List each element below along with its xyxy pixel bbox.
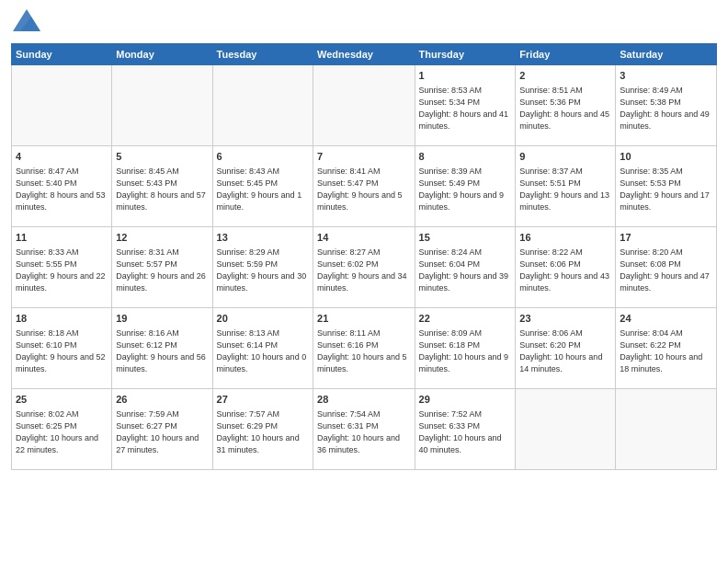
day-info: Sunrise: 8:11 AM Sunset: 6:16 PM Dayligh…: [317, 327, 410, 375]
calendar-table: SundayMondayTuesdayWednesdayThursdayFrid…: [11, 43, 717, 470]
day-info: Sunrise: 8:27 AM Sunset: 6:02 PM Dayligh…: [317, 247, 410, 294]
day-info: Sunrise: 8:02 AM Sunset: 6:25 PM Dayligh…: [16, 408, 108, 456]
day-info: Sunrise: 8:20 AM Sunset: 6:08 PM Dayligh…: [620, 247, 712, 294]
calendar-cell: 22Sunrise: 8:09 AM Sunset: 6:18 PM Dayli…: [415, 307, 516, 388]
calendar-cell: 25Sunrise: 8:02 AM Sunset: 6:25 PM Dayli…: [12, 388, 112, 469]
day-number: 6: [217, 150, 309, 164]
day-number: 20: [217, 312, 309, 326]
day-number: 8: [419, 150, 512, 164]
calendar-cell: 19Sunrise: 8:16 AM Sunset: 6:12 PM Dayli…: [112, 307, 212, 388]
calendar-header-saturday: Saturday: [616, 43, 717, 64]
day-number: 5: [116, 150, 208, 164]
day-number: 15: [419, 231, 512, 245]
day-info: Sunrise: 8:35 AM Sunset: 5:53 PM Dayligh…: [620, 166, 712, 213]
calendar-cell: 3Sunrise: 8:49 AM Sunset: 5:38 PM Daylig…: [616, 64, 717, 145]
calendar-cell: 26Sunrise: 7:59 AM Sunset: 6:27 PM Dayli…: [112, 388, 212, 469]
day-info: Sunrise: 8:18 AM Sunset: 6:10 PM Dayligh…: [16, 327, 108, 375]
calendar-cell: [112, 64, 212, 145]
calendar-cell: [212, 64, 313, 145]
day-number: 19: [116, 312, 208, 326]
day-number: 1: [419, 69, 512, 83]
calendar-week-1: 4Sunrise: 8:47 AM Sunset: 5:40 PM Daylig…: [12, 145, 717, 226]
calendar-cell: 6Sunrise: 8:43 AM Sunset: 5:45 PM Daylig…: [212, 145, 313, 226]
day-number: 7: [317, 150, 410, 164]
day-number: 21: [317, 312, 410, 326]
calendar-header-friday: Friday: [516, 43, 616, 64]
day-number: 26: [116, 393, 208, 407]
day-number: 28: [317, 393, 410, 407]
day-info: Sunrise: 7:52 AM Sunset: 6:33 PM Dayligh…: [419, 408, 512, 456]
day-info: Sunrise: 8:41 AM Sunset: 5:47 PM Dayligh…: [317, 166, 410, 213]
day-number: 24: [620, 312, 712, 326]
calendar-cell: 16Sunrise: 8:22 AM Sunset: 6:06 PM Dayli…: [516, 226, 616, 307]
day-number: 9: [519, 150, 611, 164]
calendar-cell: 14Sunrise: 8:27 AM Sunset: 6:02 PM Dayli…: [313, 226, 415, 307]
day-info: Sunrise: 8:29 AM Sunset: 5:59 PM Dayligh…: [217, 247, 309, 294]
day-number: 27: [217, 393, 309, 407]
day-info: Sunrise: 8:24 AM Sunset: 6:04 PM Dayligh…: [419, 247, 512, 294]
calendar-cell: 10Sunrise: 8:35 AM Sunset: 5:53 PM Dayli…: [616, 145, 717, 226]
day-info: Sunrise: 7:59 AM Sunset: 6:27 PM Dayligh…: [116, 408, 208, 456]
calendar-header-sunday: Sunday: [12, 43, 112, 64]
header: [11, 9, 717, 36]
calendar-cell: [313, 64, 415, 145]
calendar-header-wednesday: Wednesday: [313, 43, 415, 64]
calendar-cell: 12Sunrise: 8:31 AM Sunset: 5:57 PM Dayli…: [112, 226, 212, 307]
day-info: Sunrise: 8:09 AM Sunset: 6:18 PM Dayligh…: [419, 327, 512, 375]
day-number: 11: [16, 231, 108, 245]
calendar-cell: 5Sunrise: 8:45 AM Sunset: 5:43 PM Daylig…: [112, 145, 212, 226]
page: SundayMondayTuesdayWednesdayThursdayFrid…: [0, 0, 728, 563]
day-number: 10: [620, 150, 712, 164]
day-number: 25: [16, 393, 108, 407]
calendar-cell: 21Sunrise: 8:11 AM Sunset: 6:16 PM Dayli…: [313, 307, 415, 388]
calendar-cell: 1Sunrise: 8:53 AM Sunset: 5:34 PM Daylig…: [415, 64, 516, 145]
day-info: Sunrise: 8:53 AM Sunset: 5:34 PM Dayligh…: [419, 85, 512, 132]
day-info: Sunrise: 8:49 AM Sunset: 5:38 PM Dayligh…: [620, 85, 712, 132]
day-number: 22: [419, 312, 512, 326]
day-info: Sunrise: 8:33 AM Sunset: 5:55 PM Dayligh…: [16, 247, 108, 294]
day-number: 3: [620, 69, 712, 83]
calendar-cell: 2Sunrise: 8:51 AM Sunset: 5:36 PM Daylig…: [516, 64, 616, 145]
day-info: Sunrise: 8:04 AM Sunset: 6:22 PM Dayligh…: [620, 327, 712, 375]
calendar-cell: 24Sunrise: 8:04 AM Sunset: 6:22 PM Dayli…: [616, 307, 717, 388]
day-info: Sunrise: 7:54 AM Sunset: 6:31 PM Dayligh…: [317, 408, 410, 456]
day-number: 14: [317, 231, 410, 245]
calendar-header-monday: Monday: [112, 43, 212, 64]
calendar-week-0: 1Sunrise: 8:53 AM Sunset: 5:34 PM Daylig…: [12, 64, 717, 145]
day-info: Sunrise: 8:16 AM Sunset: 6:12 PM Dayligh…: [116, 327, 208, 375]
calendar-cell: [516, 388, 616, 469]
calendar-cell: 9Sunrise: 8:37 AM Sunset: 5:51 PM Daylig…: [516, 145, 616, 226]
day-number: 29: [419, 393, 512, 407]
calendar-cell: 29Sunrise: 7:52 AM Sunset: 6:33 PM Dayli…: [415, 388, 516, 469]
calendar-cell: 17Sunrise: 8:20 AM Sunset: 6:08 PM Dayli…: [616, 226, 717, 307]
day-info: Sunrise: 8:43 AM Sunset: 5:45 PM Dayligh…: [217, 166, 309, 213]
day-info: Sunrise: 7:57 AM Sunset: 6:29 PM Dayligh…: [217, 408, 309, 456]
calendar-cell: 7Sunrise: 8:41 AM Sunset: 5:47 PM Daylig…: [313, 145, 415, 226]
day-info: Sunrise: 8:47 AM Sunset: 5:40 PM Dayligh…: [16, 166, 108, 213]
calendar-header-tuesday: Tuesday: [212, 43, 313, 64]
day-info: Sunrise: 8:31 AM Sunset: 5:57 PM Dayligh…: [116, 247, 208, 294]
calendar-week-2: 11Sunrise: 8:33 AM Sunset: 5:55 PM Dayli…: [12, 226, 717, 307]
day-number: 17: [620, 231, 712, 245]
calendar-header-row: SundayMondayTuesdayWednesdayThursdayFrid…: [12, 43, 717, 64]
logo: [11, 9, 40, 36]
calendar-header-thursday: Thursday: [415, 43, 516, 64]
day-number: 4: [16, 150, 108, 164]
calendar-cell: [616, 388, 717, 469]
day-number: 23: [519, 312, 611, 326]
calendar-cell: 13Sunrise: 8:29 AM Sunset: 5:59 PM Dayli…: [212, 226, 313, 307]
calendar-cell: 27Sunrise: 7:57 AM Sunset: 6:29 PM Dayli…: [212, 388, 313, 469]
day-number: 2: [519, 69, 611, 83]
calendar-cell: [12, 64, 112, 145]
day-info: Sunrise: 8:06 AM Sunset: 6:20 PM Dayligh…: [519, 327, 611, 375]
day-number: 16: [519, 231, 611, 245]
day-info: Sunrise: 8:37 AM Sunset: 5:51 PM Dayligh…: [519, 166, 611, 213]
day-info: Sunrise: 8:22 AM Sunset: 6:06 PM Dayligh…: [519, 247, 611, 294]
calendar-cell: 18Sunrise: 8:18 AM Sunset: 6:10 PM Dayli…: [12, 307, 112, 388]
calendar-week-3: 18Sunrise: 8:18 AM Sunset: 6:10 PM Dayli…: [12, 307, 717, 388]
calendar-cell: 28Sunrise: 7:54 AM Sunset: 6:31 PM Dayli…: [313, 388, 415, 469]
day-number: 18: [16, 312, 108, 326]
day-info: Sunrise: 8:13 AM Sunset: 6:14 PM Dayligh…: [217, 327, 309, 375]
logo-icon: [13, 9, 40, 31]
calendar-cell: 15Sunrise: 8:24 AM Sunset: 6:04 PM Dayli…: [415, 226, 516, 307]
